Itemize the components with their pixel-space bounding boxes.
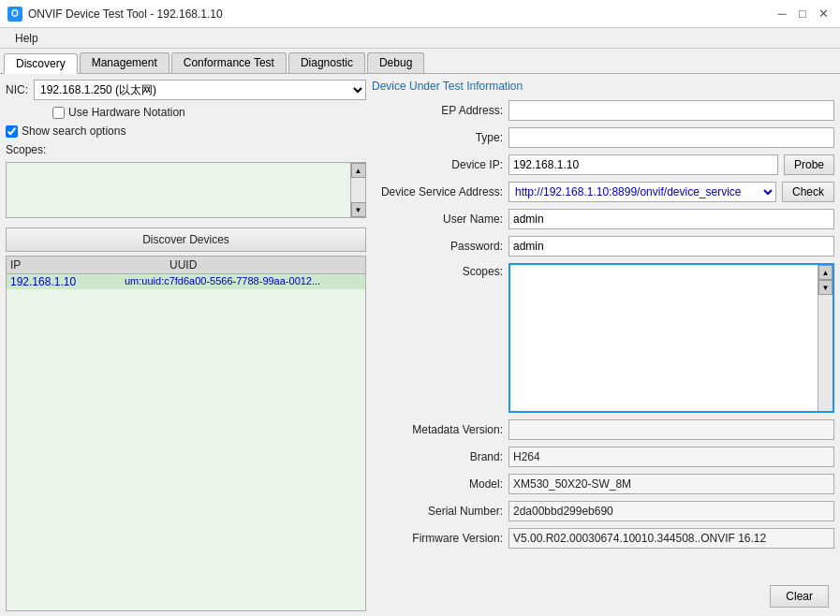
show-search-label: Show search options — [22, 125, 125, 138]
ep-address-row: EP Address: — [372, 100, 834, 121]
scopes-scrollbar-right[interactable]: ▲ ▼ — [818, 265, 833, 411]
password-row: Password: — [372, 236, 834, 257]
model-row: Model: XM530_50X20-SW_8M — [372, 474, 834, 494]
brand-row: Brand: H264 — [372, 447, 834, 467]
device-table: IP UUID 192.168.1.10 um:uuid:c7fd6a00-55… — [6, 256, 366, 611]
password-label: Password: — [372, 240, 503, 253]
type-label: Type: — [372, 131, 503, 144]
device-service-label: Device Service Address: — [372, 185, 503, 198]
scroll-up-left[interactable]: ▲ — [351, 163, 366, 178]
app-icon: O — [7, 7, 22, 22]
device-ip-row: Device IP: Probe — [372, 154, 834, 175]
password-input[interactable] — [508, 236, 834, 257]
tabs-bar: Discovery Management Conformance Test Di… — [0, 49, 840, 74]
table-row[interactable]: 192.168.1.10 um:uuid:c7fd6a00-5566-7788-… — [7, 274, 365, 289]
device-table-body: 192.168.1.10 um:uuid:c7fd6a00-5566-7788-… — [7, 274, 365, 610]
type-input[interactable] — [508, 127, 834, 148]
hardware-notation-checkbox[interactable] — [52, 107, 65, 119]
metadata-version-label: Metadata Version: — [372, 423, 503, 436]
app-title: ONVIF Device Test Tool - 192.168.1.10 — [28, 7, 223, 21]
minimize-button[interactable]: ─ — [773, 5, 791, 23]
tab-management[interactable]: Management — [80, 52, 169, 73]
ep-address-label: EP Address: — [372, 104, 503, 117]
scopes-label-left: Scopes: — [6, 143, 366, 156]
show-search-row: Show search options — [6, 125, 366, 138]
type-row: Type: — [372, 127, 834, 148]
hardware-notation-label: Use Hardware Notation — [68, 106, 185, 119]
scopes-section: Scopes: ▲ ▼ — [372, 263, 834, 413]
firmware-version-label: Firmware Version: — [372, 532, 503, 545]
username-input[interactable] — [508, 209, 834, 229]
check-button[interactable]: Check — [782, 182, 834, 202]
model-label: Model: — [372, 477, 503, 491]
metadata-version-value — [508, 419, 834, 440]
scopes-box-left: ▲ ▼ — [6, 162, 366, 218]
device-ip-label: Device IP: — [372, 158, 503, 171]
probe-button[interactable]: Probe — [784, 154, 834, 175]
scopes-box-right: ▲ ▼ — [508, 263, 834, 413]
device-service-row: Device Service Address: http://192.168.1… — [372, 182, 834, 202]
serial-number-value: 2da00bbd299eb690 — [508, 501, 834, 521]
nic-label: NIC: — [6, 83, 28, 96]
section-title: Device Under Test Information — [372, 80, 834, 93]
right-panel: Device Under Test Information EP Address… — [372, 80, 834, 611]
cell-ip: 192.168.1.10 — [10, 275, 113, 288]
tab-discovery[interactable]: Discovery — [4, 53, 78, 74]
tab-debug[interactable]: Debug — [367, 52, 424, 73]
bottom-bar: Clear — [372, 581, 834, 611]
nic-select[interactable]: 192.168.1.250 (以太网) — [34, 80, 366, 100]
main-content: NIC: 192.168.1.250 (以太网) Use Hardware No… — [0, 74, 840, 616]
clear-button[interactable]: Clear — [770, 585, 829, 608]
cell-uuid: um:uuid:c7fd6a00-5566-7788-99aa-0012... — [125, 275, 320, 288]
scopes-scrollbar-left[interactable]: ▲ ▼ — [350, 163, 365, 217]
device-ip-input[interactable] — [508, 154, 778, 175]
metadata-version-row: Metadata Version: — [372, 419, 834, 440]
device-table-header: IP UUID — [7, 257, 365, 274]
username-row: User Name: — [372, 209, 834, 229]
tab-conformance[interactable]: Conformance Test — [171, 52, 287, 73]
tab-diagnostic[interactable]: Diagnostic — [288, 52, 365, 73]
left-panel: NIC: 192.168.1.250 (以太网) Use Hardware No… — [6, 80, 366, 611]
discover-button[interactable]: Discover Devices — [6, 227, 366, 252]
model-value: XM530_50X20-SW_8M — [508, 474, 834, 494]
title-bar: O ONVIF Device Test Tool - 192.168.1.10 … — [0, 0, 840, 28]
header-uuid: UUID — [169, 258, 197, 271]
nic-row: NIC: 192.168.1.250 (以太网) — [6, 80, 366, 100]
firmware-version-value: V5.00.R02.00030674.10010.344508..ONVIF 1… — [508, 528, 834, 549]
scroll-down-right[interactable]: ▼ — [818, 280, 833, 295]
show-search-checkbox[interactable] — [6, 125, 18, 138]
firmware-version-row: Firmware Version: V5.00.R02.00030674.100… — [372, 528, 834, 549]
brand-label: Brand: — [372, 450, 503, 463]
scroll-down-left[interactable]: ▼ — [351, 202, 366, 217]
scopes-row-right: Scopes: ▲ ▼ — [372, 263, 834, 413]
header-ip: IP — [10, 258, 113, 271]
username-label: User Name: — [372, 213, 503, 226]
maximize-button[interactable]: □ — [793, 5, 812, 23]
menu-bar: Help — [0, 28, 840, 49]
help-menu[interactable]: Help — [7, 30, 46, 47]
scopes-label-right: Scopes: — [372, 263, 503, 413]
close-button[interactable]: ✕ — [814, 5, 833, 23]
serial-number-label: Serial Number: — [372, 505, 503, 518]
serial-number-row: Serial Number: 2da00bbd299eb690 — [372, 501, 834, 521]
device-service-select[interactable]: http://192.168.1.10:8899/onvif/device_se… — [508, 182, 776, 202]
brand-value: H264 — [508, 447, 834, 467]
window-controls: ─ □ ✕ — [773, 5, 833, 23]
ep-address-input[interactable] — [508, 100, 834, 121]
hardware-notation-row: Use Hardware Notation — [52, 106, 366, 119]
scroll-up-right[interactable]: ▲ — [818, 265, 833, 280]
